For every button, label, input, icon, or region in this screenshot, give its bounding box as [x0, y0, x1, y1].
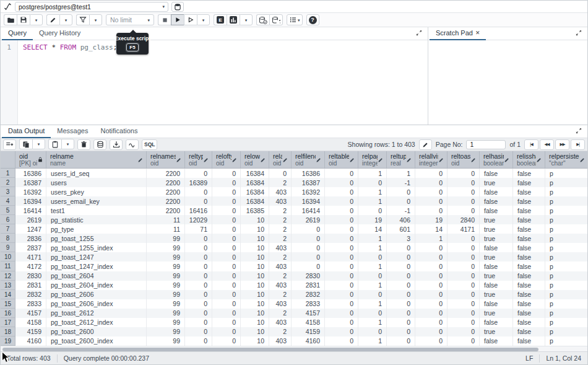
grid-cell-reltype[interactable]: 0 [185, 309, 212, 318]
copy-options-button[interactable]: ▾ [32, 139, 45, 149]
grid-cell-reltablespace[interactable]: 0 [325, 243, 358, 252]
grid-cell-reltuples[interactable]: 0 [387, 252, 415, 262]
grid-cell-reltype[interactable]: 0 [185, 327, 212, 336]
grid-cell-relisshared[interactable]: false [513, 281, 545, 290]
grid-cell-relname[interactable]: users_pkey [46, 187, 147, 196]
grid-cell-relfilenode[interactable]: 16394 [292, 196, 325, 206]
grid-cell-reloftype[interactable]: 0 [212, 309, 241, 318]
grid-cell-reltablespace[interactable]: 0 [325, 187, 358, 196]
column-header-reloftype[interactable]: reloftypeoid [212, 151, 241, 168]
grid-cell-reltablespace[interactable]: 0 [325, 169, 358, 178]
row-number-cell[interactable]: 2 [1, 178, 15, 187]
grid-cell-reltoastrelid[interactable]: 0 [447, 206, 480, 215]
grid-cell-relhasindex[interactable]: false [480, 206, 513, 215]
grid-cell-relallvisible[interactable]: 19 [415, 215, 447, 224]
grid-cell-reltablespace[interactable]: 0 [325, 234, 358, 243]
grid-cell-relisshared[interactable]: false [513, 234, 545, 243]
grid-cell-relisshared[interactable]: false [513, 215, 545, 224]
grid-cell-reltuples[interactable]: 0 [387, 327, 415, 336]
grid-cell-relfilenode[interactable]: 4159 [292, 327, 325, 336]
grid-corner-cell[interactable] [1, 151, 15, 168]
connection-select[interactable]: postgres/postgres@test1 ▾ [15, 2, 168, 12]
grid-cell-reltoastrelid[interactable]: 0 [447, 234, 480, 243]
grid-cell-relam[interactable]: 2 [269, 234, 292, 243]
grid-cell-relnamespace[interactable]: 2200 [147, 178, 185, 187]
grid-cell-relallvisible[interactable]: 0 [415, 252, 447, 262]
grid-cell-relallvisible[interactable]: 0 [415, 206, 447, 215]
grid-cell-reltype[interactable]: 0 [185, 290, 212, 299]
grid-cell-relname[interactable]: pg_toast_2606 [46, 290, 147, 299]
grid-cell-relpages[interactable]: 19 [358, 215, 387, 224]
grid-cell-relpages[interactable]: 1 [358, 169, 387, 178]
grid-cell-relnamespace[interactable]: 11 [147, 215, 185, 224]
paste-options-button[interactable]: ▾ [61, 139, 74, 149]
grid-cell-reltoastrelid[interactable]: 0 [447, 309, 480, 318]
row-number-cell[interactable]: 14 [1, 290, 15, 299]
grid-cell-relhasindex[interactable]: false [480, 336, 513, 346]
grid-cell-relfilenode[interactable]: 16387 [292, 178, 325, 187]
filter-options-button[interactable]: ▾ [89, 14, 102, 25]
grid-cell-relowner[interactable]: 10 [241, 252, 269, 262]
grid-cell-relname[interactable]: pg_toast_2612 [46, 309, 147, 318]
grid-cell-reloftype[interactable]: 0 [212, 327, 241, 336]
grid-cell-reltuples[interactable]: 601 [387, 224, 415, 234]
grid-cell-reltoastrelid[interactable]: 0 [447, 196, 480, 206]
grid-cell-reltablespace[interactable]: 0 [325, 290, 358, 299]
grid-cell-relisshared[interactable]: false [513, 290, 545, 299]
sql-button[interactable]: SQL [142, 139, 157, 150]
grid-cell-relhasindex[interactable]: true [480, 309, 513, 318]
grid-cell-relallvisible[interactable]: 0 [415, 327, 447, 336]
first-page-button[interactable]: |◀ [524, 139, 538, 150]
grid-cell-relnamespace[interactable]: 11 [147, 224, 185, 234]
grid-cell-relam[interactable]: 2 [269, 215, 292, 224]
grid-cell-relpersistence[interactable]: p [545, 224, 587, 234]
grid-cell-relnamespace[interactable]: 99 [147, 327, 185, 336]
grid-cell-relpersistence[interactable]: p [545, 243, 587, 252]
grid-cell-reltype[interactable]: 0 [185, 252, 212, 262]
edit-button[interactable] [46, 14, 59, 25]
grid-cell-relisshared[interactable]: false [513, 262, 545, 271]
grid-cell-relfilenode[interactable]: 0 [292, 262, 325, 271]
grid-cell-reltablespace[interactable]: 0 [325, 252, 358, 262]
grid-cell-relhasindex[interactable]: false [480, 196, 513, 206]
macro-button[interactable]: ▾ [287, 14, 303, 25]
column-header-relnamespace[interactable]: relnamespaceoid [147, 151, 185, 168]
grid-cell-reltuples[interactable]: 0 [387, 187, 415, 196]
grid-cell-relam[interactable]: 403 [269, 299, 292, 309]
grid-cell-reltablespace[interactable]: 0 [325, 196, 358, 206]
graph-visualizer-button[interactable] [126, 139, 139, 150]
grid-cell-relowner[interactable]: 10 [241, 336, 269, 346]
row-number-cell[interactable]: 3 [1, 187, 15, 196]
grid-cell-relam[interactable]: 403 [269, 243, 292, 252]
grid-cell-relpages[interactable]: 0 [358, 271, 387, 281]
grid-cell-relname[interactable]: pg_type [46, 224, 147, 234]
grid-cell-reltype[interactable]: 16416 [185, 206, 212, 215]
grid-cell-relname[interactable]: pg_toast_1255_index [46, 243, 147, 252]
grid-cell-relisshared[interactable]: false [513, 169, 545, 178]
grid-cell-relhasindex[interactable]: false [480, 281, 513, 290]
grid-cell-relowner[interactable]: 10 [241, 271, 269, 281]
row-limit-select[interactable]: No limit ▾ [106, 14, 154, 25]
grid-cell-reltablespace[interactable]: 0 [325, 271, 358, 281]
grid-cell-oid[interactable]: 4157 [15, 309, 46, 318]
grid-cell-relfilenode[interactable]: 2833 [292, 299, 325, 309]
open-file-button[interactable] [4, 14, 17, 25]
grid-cell-relowner[interactable]: 16384 [241, 187, 269, 196]
edit-options-button[interactable]: ▾ [59, 14, 72, 25]
column-header-relam[interactable]: relamoid [269, 151, 292, 168]
grid-cell-oid[interactable]: 2831 [15, 281, 46, 290]
grid-cell-relowner[interactable]: 10 [241, 234, 269, 243]
rollback-button[interactable] [269, 14, 283, 25]
grid-cell-relpages[interactable]: 1 [358, 243, 387, 252]
grid-cell-relpages[interactable]: 0 [358, 309, 387, 318]
row-number-cell[interactable]: 6 [1, 215, 15, 224]
execute-options-button[interactable]: ▾ [197, 14, 210, 25]
row-number-cell[interactable]: 18 [1, 327, 15, 336]
grid-cell-relpages[interactable]: 0 [358, 327, 387, 336]
grid-cell-relfilenode[interactable]: 4157 [292, 309, 325, 318]
grid-cell-relam[interactable]: 2 [269, 271, 292, 281]
grid-cell-relpages[interactable]: 0 [358, 206, 387, 215]
grid-cell-relpersistence[interactable]: p [545, 327, 587, 336]
column-header-relowner[interactable]: relowneroid [241, 151, 269, 168]
grid-cell-oid[interactable]: 16387 [15, 178, 46, 187]
